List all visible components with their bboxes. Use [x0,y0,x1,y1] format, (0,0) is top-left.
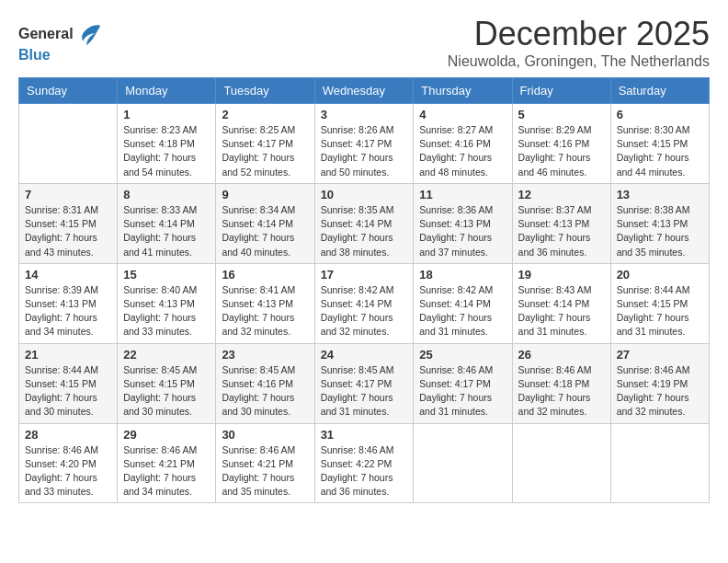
day-info: Sunrise: 8:46 AMSunset: 4:21 PMDaylight:… [123,443,210,500]
column-header-saturday: Saturday [610,78,709,104]
day-info: Sunrise: 8:42 AMSunset: 4:14 PMDaylight:… [321,283,408,339]
calendar-cell: 14Sunrise: 8:39 AMSunset: 4:13 PMDayligh… [19,263,118,343]
title-section: December 2025 Nieuwolda, Groningen, The … [102,15,710,70]
calendar-cell: 4Sunrise: 8:27 AMSunset: 4:16 PMDaylight… [414,104,512,184]
day-number: 10 [321,188,408,201]
day-number: 16 [222,268,308,282]
calendar-cell: 5Sunrise: 8:29 AMSunset: 4:16 PMDaylight… [512,104,610,184]
calendar-week-row: 1Sunrise: 8:23 AMSunset: 4:18 PMDaylight… [19,104,710,184]
day-number: 12 [518,188,605,201]
day-number: 9 [222,188,308,201]
day-info: Sunrise: 8:38 AMSunset: 4:13 PMDaylight:… [617,203,703,259]
location-subtitle: Nieuwolda, Groningen, The Netherlands [102,53,710,70]
day-info: Sunrise: 8:44 AMSunset: 4:15 PMDaylight:… [25,363,111,419]
day-number: 6 [617,108,703,121]
day-number: 18 [419,268,506,282]
logo-general-text: General [18,26,74,42]
day-number: 26 [518,348,605,362]
calendar-cell: 31Sunrise: 8:46 AMSunset: 4:22 PMDayligh… [314,423,414,503]
calendar-cell [512,423,610,503]
column-header-friday: Friday [512,78,610,104]
day-number: 15 [123,268,210,282]
day-number: 17 [321,268,408,282]
day-info: Sunrise: 8:37 AMSunset: 4:13 PMDaylight:… [518,203,605,259]
calendar-cell: 28Sunrise: 8:46 AMSunset: 4:20 PMDayligh… [19,423,118,503]
day-info: Sunrise: 8:23 AMSunset: 4:18 PMDaylight:… [123,123,210,179]
column-header-tuesday: Tuesday [216,78,314,104]
calendar-table: SundayMondayTuesdayWednesdayThursdayFrid… [18,77,710,503]
calendar-cell: 20Sunrise: 8:44 AMSunset: 4:15 PMDayligh… [610,263,709,343]
calendar-header-row: SundayMondayTuesdayWednesdayThursdayFrid… [19,78,710,104]
day-info: Sunrise: 8:46 AMSunset: 4:17 PMDaylight:… [419,363,506,419]
calendar-week-row: 7Sunrise: 8:31 AMSunset: 4:15 PMDaylight… [19,183,710,263]
day-info: Sunrise: 8:25 AMSunset: 4:17 PMDaylight:… [222,123,308,179]
calendar-cell [610,423,709,503]
calendar-cell: 27Sunrise: 8:46 AMSunset: 4:19 PMDayligh… [610,343,709,423]
calendar-cell: 18Sunrise: 8:42 AMSunset: 4:14 PMDayligh… [414,263,512,343]
calendar-cell: 6Sunrise: 8:30 AMSunset: 4:15 PMDaylight… [610,104,709,184]
calendar-cell: 13Sunrise: 8:38 AMSunset: 4:13 PMDayligh… [610,183,709,263]
day-info: Sunrise: 8:45 AMSunset: 4:15 PMDaylight:… [123,363,210,419]
column-header-sunday: Sunday [19,78,118,104]
calendar-cell: 9Sunrise: 8:34 AMSunset: 4:14 PMDaylight… [216,183,314,263]
calendar-cell: 10Sunrise: 8:35 AMSunset: 4:14 PMDayligh… [314,183,414,263]
calendar-cell: 30Sunrise: 8:46 AMSunset: 4:21 PMDayligh… [216,423,314,503]
calendar-cell: 3Sunrise: 8:26 AMSunset: 4:17 PMDaylight… [314,104,414,184]
day-number: 3 [321,108,408,121]
logo: General Blue [18,21,102,63]
calendar-cell: 15Sunrise: 8:40 AMSunset: 4:13 PMDayligh… [118,263,216,343]
day-info: Sunrise: 8:26 AMSunset: 4:17 PMDaylight:… [321,123,408,179]
day-number: 11 [419,188,506,201]
day-number: 23 [222,348,308,362]
day-info: Sunrise: 8:45 AMSunset: 4:16 PMDaylight:… [222,363,308,419]
day-info: Sunrise: 8:46 AMSunset: 4:21 PMDaylight:… [222,443,308,500]
day-info: Sunrise: 8:31 AMSunset: 4:15 PMDaylight:… [25,203,111,259]
day-info: Sunrise: 8:46 AMSunset: 4:22 PMDaylight:… [321,443,408,500]
calendar-cell: 25Sunrise: 8:46 AMSunset: 4:17 PMDayligh… [414,343,512,423]
day-info: Sunrise: 8:35 AMSunset: 4:14 PMDaylight:… [321,203,408,259]
calendar-cell: 17Sunrise: 8:42 AMSunset: 4:14 PMDayligh… [314,263,414,343]
day-number: 21 [25,348,111,362]
calendar-cell: 23Sunrise: 8:45 AMSunset: 4:16 PMDayligh… [216,343,314,423]
day-info: Sunrise: 8:46 AMSunset: 4:19 PMDaylight:… [617,363,703,419]
day-number: 8 [123,188,210,201]
day-number: 14 [25,268,111,282]
day-info: Sunrise: 8:41 AMSunset: 4:13 PMDaylight:… [222,283,308,339]
day-number: 2 [222,108,308,121]
day-info: Sunrise: 8:46 AMSunset: 4:20 PMDaylight:… [25,443,111,500]
calendar-cell: 2Sunrise: 8:25 AMSunset: 4:17 PMDaylight… [216,104,314,184]
day-number: 27 [617,348,703,362]
day-info: Sunrise: 8:34 AMSunset: 4:14 PMDaylight:… [222,203,308,259]
calendar-cell: 11Sunrise: 8:36 AMSunset: 4:13 PMDayligh… [414,183,512,263]
day-number: 31 [321,428,408,442]
calendar-cell: 29Sunrise: 8:46 AMSunset: 4:21 PMDayligh… [118,423,216,503]
calendar-week-row: 21Sunrise: 8:44 AMSunset: 4:15 PMDayligh… [19,343,710,423]
day-number: 13 [617,188,703,201]
day-info: Sunrise: 8:27 AMSunset: 4:16 PMDaylight:… [419,123,506,179]
logo-blue-text: Blue [18,47,51,63]
day-info: Sunrise: 8:43 AMSunset: 4:14 PMDaylight:… [518,283,605,339]
day-number: 20 [617,268,703,282]
page-header: General Blue December 2025 Nieuwolda, Gr… [18,15,710,70]
calendar-cell: 7Sunrise: 8:31 AMSunset: 4:15 PMDaylight… [19,183,118,263]
day-info: Sunrise: 8:33 AMSunset: 4:14 PMDaylight:… [123,203,210,259]
day-number: 1 [123,108,210,121]
day-info: Sunrise: 8:30 AMSunset: 4:15 PMDaylight:… [617,123,703,179]
calendar-cell: 21Sunrise: 8:44 AMSunset: 4:15 PMDayligh… [19,343,118,423]
column-header-thursday: Thursday [414,78,512,104]
day-number: 7 [25,188,111,201]
column-header-wednesday: Wednesday [314,78,414,104]
day-number: 4 [419,108,506,121]
calendar-week-row: 14Sunrise: 8:39 AMSunset: 4:13 PMDayligh… [19,263,710,343]
day-number: 28 [25,428,111,442]
day-number: 30 [222,428,308,442]
calendar-cell: 22Sunrise: 8:45 AMSunset: 4:15 PMDayligh… [118,343,216,423]
logo-bird-icon [76,21,102,47]
calendar-cell: 19Sunrise: 8:43 AMSunset: 4:14 PMDayligh… [512,263,610,343]
day-number: 25 [419,348,506,362]
day-info: Sunrise: 8:29 AMSunset: 4:16 PMDaylight:… [518,123,605,179]
day-info: Sunrise: 8:40 AMSunset: 4:13 PMDaylight:… [123,283,210,339]
calendar-cell [19,104,118,184]
day-info: Sunrise: 8:44 AMSunset: 4:15 PMDaylight:… [617,283,703,339]
day-info: Sunrise: 8:46 AMSunset: 4:18 PMDaylight:… [518,363,605,419]
